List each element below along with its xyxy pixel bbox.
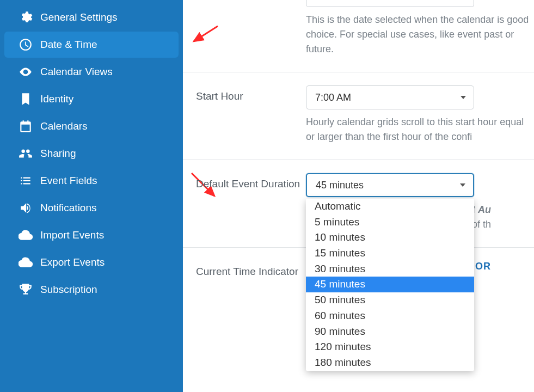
bookmark-icon bbox=[19, 92, 33, 106]
dropdown-option[interactable]: 15 minutes bbox=[306, 246, 474, 261]
start-hour-label: Start Hour bbox=[196, 85, 306, 104]
dropdown-option[interactable]: 45 minutes bbox=[306, 277, 474, 292]
sidebar-item-label: Export Events bbox=[40, 256, 105, 268]
default-duration-dropdown[interactable]: Automatic5 minutes10 minutes15 minutes30… bbox=[306, 199, 474, 371]
sidebar-item-label: Calendar Views bbox=[40, 66, 113, 78]
sidebar-item-label: Import Events bbox=[40, 229, 104, 241]
or-link[interactable]: OR bbox=[475, 261, 491, 272]
dropdown-option[interactable]: 60 minutes bbox=[306, 308, 474, 324]
sidebar-item-sharing[interactable]: Sharing bbox=[4, 140, 179, 167]
sidebar-item-label: Date & Time bbox=[40, 39, 97, 51]
help-text-fragment: Au bbox=[478, 204, 491, 215]
volume-icon bbox=[19, 201, 33, 215]
trophy-icon bbox=[19, 283, 33, 297]
eye-icon bbox=[19, 65, 33, 79]
dropdown-option[interactable]: 120 minutes bbox=[306, 339, 474, 355]
sidebar-item-notifications[interactable]: Notifications bbox=[4, 195, 179, 221]
sidebar-item-export-events[interactable]: Export Events bbox=[4, 249, 179, 275]
dropdown-option[interactable]: 90 minutes bbox=[306, 324, 474, 340]
sidebar-item-label: Event Fields bbox=[40, 175, 97, 187]
chevron-down-icon bbox=[461, 96, 466, 99]
initial-date-help-text: This is the date selected when the calen… bbox=[306, 13, 534, 57]
sidebar-item-label: Notifications bbox=[40, 202, 97, 214]
sidebar-item-label: Calendars bbox=[40, 120, 88, 132]
cloud-download-icon bbox=[19, 255, 33, 270]
dropdown-option[interactable]: 30 minutes bbox=[306, 261, 474, 277]
default-duration-label: Default Event Duration bbox=[196, 173, 306, 192]
dropdown-option[interactable]: Automatic bbox=[306, 199, 474, 215]
default-duration-value: 45 minutes bbox=[316, 180, 364, 191]
cloud-upload-icon bbox=[19, 228, 33, 242]
sidebar-item-label: Identity bbox=[40, 93, 73, 105]
main-content: This is the date selected when the calen… bbox=[183, 0, 534, 392]
start-hour-help-text: Hourly calendar grids scroll to this sta… bbox=[306, 115, 534, 144]
sidebar-item-calendars[interactable]: Calendars bbox=[4, 113, 179, 139]
start-hour-value: 7:00 AM bbox=[315, 92, 351, 103]
sidebar-item-event-fields[interactable]: Event Fields bbox=[4, 168, 179, 194]
chevron-down-icon bbox=[460, 183, 465, 187]
dropdown-option[interactable]: 50 minutes bbox=[306, 292, 474, 308]
dropdown-option[interactable]: 5 minutes bbox=[306, 215, 474, 230]
sidebar-item-date-time[interactable]: Date & Time bbox=[4, 32, 179, 58]
gear-icon bbox=[19, 10, 33, 24]
sidebar-item-subscription[interactable]: Subscription bbox=[4, 277, 179, 303]
dropdown-option[interactable]: 180 minutes bbox=[306, 355, 474, 371]
default-duration-select[interactable]: 45 minutes bbox=[306, 173, 474, 197]
users-icon bbox=[19, 146, 33, 161]
sidebar-item-label: Sharing bbox=[40, 148, 76, 160]
current-time-indicator-label: Current Time Indicator bbox=[196, 261, 306, 279]
start-hour-select[interactable]: 7:00 AM bbox=[306, 85, 474, 109]
settings-sidebar: General Settings Date & Time Calendar Vi… bbox=[0, 0, 183, 392]
clock-icon bbox=[19, 38, 33, 52]
calendar-icon bbox=[19, 119, 33, 133]
dropdown-option[interactable]: 10 minutes bbox=[306, 230, 474, 246]
sidebar-item-label: Subscription bbox=[40, 284, 97, 296]
list-icon bbox=[19, 174, 33, 188]
sidebar-item-calendar-views[interactable]: Calendar Views bbox=[4, 59, 179, 85]
sidebar-item-import-events[interactable]: Import Events bbox=[4, 222, 179, 248]
sidebar-item-general-settings[interactable]: General Settings bbox=[4, 4, 179, 30]
sidebar-item-identity[interactable]: Identity bbox=[4, 86, 179, 112]
sidebar-item-label: General Settings bbox=[40, 11, 118, 23]
initial-date-select[interactable] bbox=[306, 0, 474, 7]
